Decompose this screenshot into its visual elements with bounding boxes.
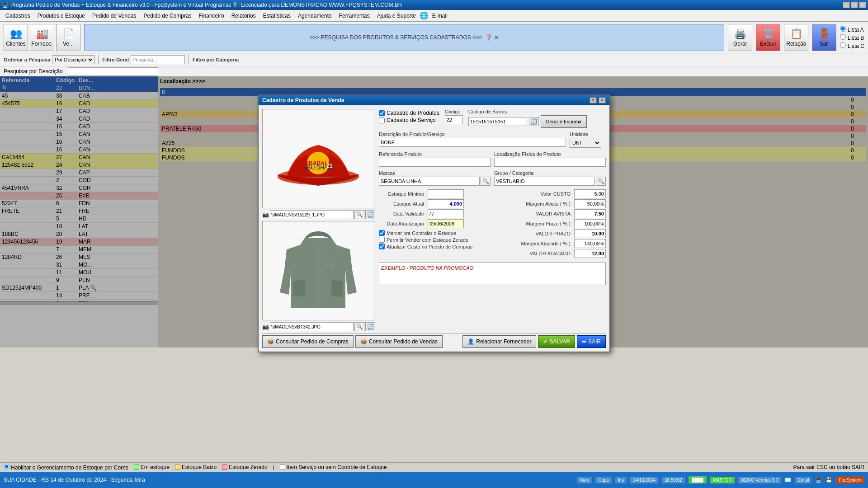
barras-icon-btn[interactable]: 🔄: [529, 117, 539, 126]
marcas-grupo-row: Marcas 🔍 Grupo / Categoria �: [379, 170, 606, 186]
modal-close-btn[interactable]: ×: [599, 97, 606, 103]
jacket-svg: [273, 229, 363, 313]
email-label: Email: [795, 477, 811, 483]
desc-input[interactable]: [379, 138, 566, 147]
gerar-imprimir-btn[interactable]: Gerar e Imprimir: [541, 115, 587, 128]
referencia-input[interactable]: [379, 158, 491, 167]
menu-pedido-vendas[interactable]: Pedido de Vendas: [89, 12, 140, 20]
image2-path-input[interactable]: [270, 322, 354, 331]
margem-avista-input[interactable]: [574, 199, 606, 208]
image1-refresh-btn[interactable]: 🔄: [365, 210, 375, 219]
marcas-input[interactable]: [379, 177, 480, 186]
habilitar-radio[interactable]: [4, 464, 9, 469]
divider2: [189, 55, 189, 64]
permitir-vender-check[interactable]: [379, 237, 385, 243]
lista-a-radio[interactable]: [840, 26, 846, 32]
cadastro-servico-check[interactable]: [379, 117, 385, 123]
margem-prazo-input[interactable]: [574, 219, 606, 228]
valor-prazo-input[interactable]: [574, 229, 606, 238]
lista-c-label[interactable]: Lista C: [840, 42, 864, 49]
localizacao-input[interactable]: [494, 158, 606, 167]
sair-modal-btn[interactable]: ➡ SAIR: [577, 335, 606, 348]
ve-label: Ve...: [63, 41, 74, 47]
menu-ajuda[interactable]: Ajuda e Suporte: [373, 12, 420, 20]
valor-avista-input[interactable]: [574, 209, 606, 218]
barras-input[interactable]: [468, 117, 527, 126]
values-section: Valor CUSTO Margem Avista ( % ) VALOR AV…: [494, 189, 606, 259]
pesquisar-input[interactable]: [68, 67, 158, 75]
menu-cadastros[interactable]: Cadastros: [2, 12, 34, 20]
codigo-label: Código: [445, 109, 463, 114]
menu-agendamento[interactable]: Agendamento: [294, 12, 335, 20]
valor-atacado-input[interactable]: [574, 249, 606, 258]
filtro-cat-section: Filtro por Categoria: [193, 57, 239, 62]
permitir-vender-label: Permitir Vender com Estoque Zerado: [387, 237, 468, 243]
toolbar-gerar[interactable]: 🖨️ Gerar: [728, 24, 752, 51]
ordena-select[interactable]: Por Descrição: [52, 55, 94, 64]
cadastro-produtos-check[interactable]: [379, 110, 385, 116]
habilitar-radio-label[interactable]: Habilitar o Gerenciamento do Estoque por…: [4, 464, 128, 471]
toolbar-excluir[interactable]: 🗑️ Excluir: [756, 24, 780, 51]
estoque-atual-input[interactable]: [428, 199, 464, 208]
maximize-btn[interactable]: □: [851, 2, 858, 8]
menu-financeiro[interactable]: Financeiro: [195, 12, 228, 20]
menu-produtos-estoque[interactable]: Produtos e Estoque: [34, 12, 89, 20]
grupo-input[interactable]: [494, 177, 595, 186]
close-btn[interactable]: ✕: [859, 2, 866, 8]
menu-email[interactable]: E-mail: [429, 12, 451, 20]
progress-indicator: ████: [689, 476, 707, 483]
image1-browse-btn[interactable]: 🔍: [354, 210, 364, 219]
consultar-compras-btn[interactable]: 📦 Consultar Pedido de Compras: [262, 335, 354, 348]
relacionar-btn[interactable]: 👤 Relacionar Fornecedor: [462, 335, 536, 348]
valor-prazo-row: VALOR PRAZO: [494, 229, 606, 238]
estoque-min-input[interactable]: [428, 189, 464, 198]
lista-b-radio[interactable]: [840, 34, 846, 40]
salvar-btn[interactable]: ✔ SALVAR: [538, 335, 575, 348]
lista-c-radio[interactable]: [840, 42, 846, 48]
title-bar-controls: ─ □ ✕: [843, 2, 866, 8]
lista-b-label[interactable]: Lista B: [840, 34, 864, 41]
image1-path-input[interactable]: [270, 210, 354, 219]
filtro-label: Filtro Geral: [102, 57, 129, 62]
email-icon: ✉️: [784, 477, 791, 483]
top-fields: Cadastro de Produtos Cadastro de Serviço…: [379, 109, 606, 128]
minimize-btn[interactable]: ─: [843, 2, 850, 8]
marcar-controlar-check[interactable]: [379, 230, 385, 236]
toolbar-relacao[interactable]: 📋 Relação: [784, 24, 808, 51]
consultar-vendas-btn[interactable]: 📦 Consultar Pedido de Vendas: [355, 335, 443, 348]
codigo-input[interactable]: [445, 115, 463, 124]
menu-pedido-compras[interactable]: Pedido de Compras: [140, 12, 195, 20]
menu-estatisticas[interactable]: Estatísticas: [259, 12, 294, 20]
marcar-controlar-label: Marcar pra Controlar o Estoque: [387, 230, 456, 236]
lista-a-label[interactable]: Lista A: [840, 26, 864, 33]
menu-ferramentas[interactable]: Ferramentas: [335, 12, 373, 20]
grupo-search-btn[interactable]: 🔍: [596, 177, 606, 186]
unidade-select[interactable]: UNI: [570, 138, 601, 148]
data-atu-input[interactable]: [428, 219, 464, 228]
action-btns: 👤 Relacionar Fornecedor ✔ SALVAR ➡ SAIR: [462, 335, 606, 348]
image2-refresh-btn[interactable]: 🔄: [365, 322, 375, 331]
clientes-icon: 👥: [10, 28, 22, 40]
toolbar-ve[interactable]: 📄 Ve...: [56, 24, 80, 51]
sair-label: Sair: [820, 41, 829, 47]
product-image-2: [262, 221, 374, 320]
modal-form: Cadastro de Produtos Cadastro de Serviço…: [379, 109, 606, 331]
modal-close-x[interactable]: ✕: [494, 34, 499, 41]
data-val-input[interactable]: [428, 209, 464, 218]
marcas-search-btn[interactable]: 🔍: [481, 177, 491, 186]
ordena-label: Ordenar a Pesquisa: [4, 57, 50, 62]
salvar-icon: ✔: [543, 338, 547, 345]
image2-browse-btn[interactable]: 🔍: [354, 322, 364, 331]
toolbar-fornece[interactable]: 🏭 Fornece.: [30, 24, 54, 51]
menu-bar: Cadastros Produtos e Estoque Pedido de V…: [0, 10, 868, 22]
modal-help-btn[interactable]: ?: [590, 97, 597, 103]
help-icon-btn[interactable]: ❓: [486, 34, 492, 41]
margem-atacado-input[interactable]: [574, 239, 606, 248]
toolbar-sair[interactable]: 🚪 Sair: [812, 24, 836, 51]
filtro-input[interactable]: [131, 55, 185, 64]
atualizar-custo-check[interactable]: [379, 244, 385, 249]
excluir-label: Excluir: [760, 41, 776, 47]
toolbar-clientes[interactable]: 👥 Clientes: [4, 24, 28, 51]
valor-custo-input[interactable]: [574, 189, 606, 198]
menu-relatorios[interactable]: Relatórios: [228, 12, 259, 20]
